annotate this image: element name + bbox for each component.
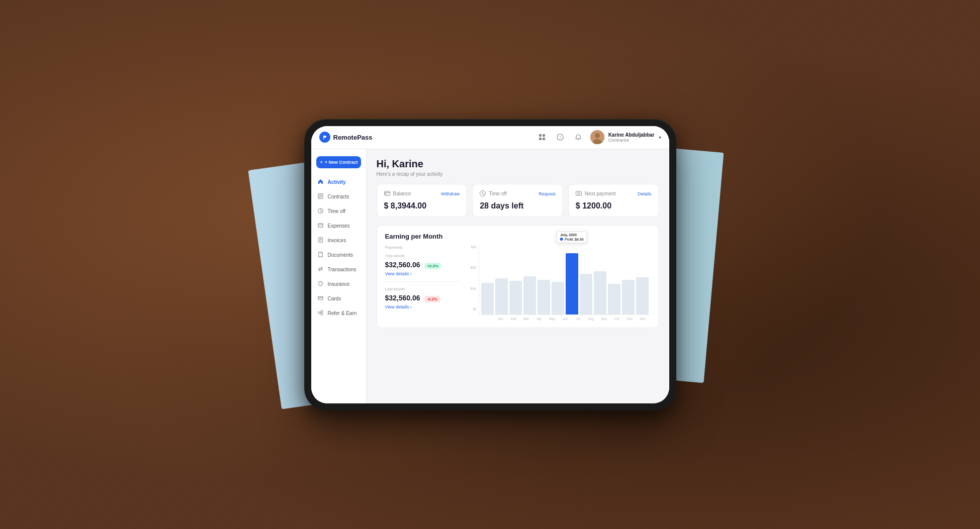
last-month-label: Last Month bbox=[385, 287, 461, 291]
main-layout: + + New Contract Activity bbox=[311, 149, 669, 403]
chart-section: Earning per Month Payments This Month $3… bbox=[377, 225, 659, 328]
summary-cards: Balance Withdraw $ 8,3944.00 bbox=[377, 184, 659, 217]
time-off-card: Time off Request 28 days left bbox=[472, 184, 563, 217]
chart-separator bbox=[385, 281, 461, 282]
next-payment-card-header: Next payment Details bbox=[576, 190, 652, 197]
sidebar-item-contracts[interactable]: Contracts bbox=[311, 190, 366, 203]
x-label-may: May bbox=[547, 317, 558, 321]
bar-fill-sep[interactable] bbox=[594, 271, 606, 314]
next-payment-title-row: Next payment bbox=[576, 190, 616, 197]
bar-fill-nov[interactable] bbox=[622, 280, 635, 314]
bar-nov bbox=[622, 245, 635, 314]
sidebar-item-refer-earn-label: Refer & Earn bbox=[328, 310, 357, 316]
invoices-icon bbox=[317, 237, 324, 244]
bars-wrapper: July, 2020 Profit: $8.98 bbox=[479, 245, 651, 315]
svg-line-36 bbox=[483, 193, 484, 194]
x-label-dec: Dec bbox=[637, 317, 649, 321]
x-label-apr: Apr bbox=[533, 317, 545, 321]
bar-fill-apr[interactable] bbox=[523, 276, 536, 314]
svg-rect-37 bbox=[576, 191, 581, 195]
sidebar-item-invoices-label: Invoices bbox=[328, 238, 346, 243]
sidebar-item-transactions-label: Transactions bbox=[328, 267, 357, 272]
y-label-8k: $8k bbox=[471, 245, 477, 249]
bar-fill-may[interactable] bbox=[538, 280, 550, 314]
sidebar-item-documents[interactable]: Documents bbox=[311, 248, 366, 262]
avatar bbox=[590, 130, 604, 144]
sidebar-item-transactions[interactable]: Transactions bbox=[311, 263, 366, 276]
top-bar: RemotePass ? bbox=[311, 126, 669, 149]
bar-jan bbox=[481, 245, 494, 314]
sidebar-item-contracts-label: Contracts bbox=[328, 194, 349, 199]
svg-rect-18 bbox=[318, 223, 323, 227]
y-label-4k: $4K bbox=[471, 287, 477, 290]
chart-tooltip: July, 2020 Profit: $8.98 bbox=[557, 231, 587, 243]
insurance-icon bbox=[317, 281, 324, 287]
sidebar-item-cards[interactable]: Cards bbox=[311, 292, 366, 305]
x-label-sep: Sep bbox=[598, 317, 610, 321]
y-label-6k: $6K bbox=[471, 266, 477, 269]
grid-icon-button[interactable] bbox=[536, 131, 548, 143]
help-icon-button[interactable]: ? bbox=[554, 131, 566, 143]
time-off-title-row: Time off bbox=[480, 190, 507, 197]
next-payment-details-button[interactable]: Details bbox=[638, 191, 652, 196]
sidebar-item-expenses[interactable]: Expenses bbox=[311, 219, 366, 233]
bar-fill-oct[interactable] bbox=[608, 284, 620, 314]
svg-rect-31 bbox=[384, 191, 390, 195]
balance-value: $ 8,3944.00 bbox=[384, 201, 460, 210]
chart-content: Payments This Month $32,560.06 +0.2% Vie… bbox=[385, 245, 651, 321]
cards-icon bbox=[317, 295, 324, 302]
new-contract-button[interactable]: + + New Contract bbox=[316, 156, 361, 168]
balance-withdraw-button[interactable]: Withdraw bbox=[441, 191, 460, 196]
svg-rect-2 bbox=[539, 134, 542, 137]
last-month-badge: -0.2% bbox=[424, 296, 440, 302]
sidebar-item-invoices[interactable]: Invoices bbox=[311, 234, 366, 247]
new-contract-label: + New Contract bbox=[325, 160, 358, 165]
next-payment-value: $ 1200.00 bbox=[576, 201, 652, 210]
chart-title: Earning per Month bbox=[385, 233, 651, 240]
bar-mar bbox=[509, 245, 522, 314]
payment-icon bbox=[576, 190, 582, 197]
user-menu[interactable]: Karine Abduljabbar Contractor ▾ bbox=[590, 130, 661, 144]
home-icon bbox=[317, 179, 324, 185]
x-label-jun: Jun bbox=[560, 317, 571, 321]
bar-fill-feb[interactable] bbox=[495, 278, 508, 314]
sidebar-item-time-off[interactable]: Time off bbox=[311, 204, 366, 218]
tooltip-title: July, 2020 bbox=[560, 233, 584, 237]
bar-fill-mar[interactable] bbox=[509, 281, 522, 314]
bar-oct bbox=[608, 245, 620, 314]
svg-rect-26 bbox=[318, 311, 320, 313]
bar-fill-jun[interactable] bbox=[552, 282, 564, 314]
time-off-card-header: Time off Request bbox=[480, 190, 556, 197]
sidebar-item-cards-label: Cards bbox=[328, 296, 341, 301]
sidebar-item-expenses-label: Expenses bbox=[328, 223, 350, 229]
last-month-amount: $32,560.06 bbox=[385, 294, 420, 302]
sidebar-item-refer-earn[interactable]: Refer & Earn bbox=[311, 306, 366, 320]
balance-card-header: Balance Withdraw bbox=[384, 190, 460, 197]
bar-fill-dec[interactable] bbox=[636, 277, 649, 314]
this-month-section: This Month $32,560.06 +0.2% View details… bbox=[385, 254, 461, 276]
this-month-view-details[interactable]: View details › bbox=[385, 271, 461, 276]
sidebar-item-activity[interactable]: Activity bbox=[311, 175, 366, 189]
greeting-subtitle: Here's a recap of your activity bbox=[377, 171, 659, 177]
user-name: Karine Abduljabbar bbox=[608, 132, 655, 138]
svg-rect-4 bbox=[539, 138, 542, 140]
user-info: Karine Abduljabbar Contractor bbox=[608, 132, 655, 143]
transactions-icon bbox=[317, 266, 324, 273]
bell-icon-button[interactable] bbox=[572, 131, 584, 143]
time-off-request-button[interactable]: Request bbox=[539, 191, 556, 196]
this-month-badge: +0.2% bbox=[424, 263, 441, 269]
sidebar-item-documents-label: Documents bbox=[328, 252, 353, 258]
main-content: Hi, Karine Here's a recap of your activi… bbox=[367, 149, 669, 403]
svg-rect-3 bbox=[543, 134, 545, 137]
bar-fill-aug[interactable] bbox=[580, 274, 592, 314]
x-labels: JanFebMarAprMayJunJulAugSepOctNovDec bbox=[493, 317, 651, 321]
bar-fill-jul[interactable] bbox=[566, 253, 578, 314]
svg-point-38 bbox=[578, 192, 580, 194]
sidebar-item-insurance[interactable]: Insurance bbox=[311, 277, 366, 291]
balance-card: Balance Withdraw $ 8,3944.00 bbox=[377, 184, 468, 217]
bar-dec bbox=[636, 245, 649, 314]
balance-title-row: Balance bbox=[384, 190, 411, 197]
svg-rect-5 bbox=[543, 138, 545, 140]
last-month-view-details[interactable]: View details › bbox=[385, 304, 461, 309]
bar-fill-jan[interactable] bbox=[481, 283, 494, 314]
